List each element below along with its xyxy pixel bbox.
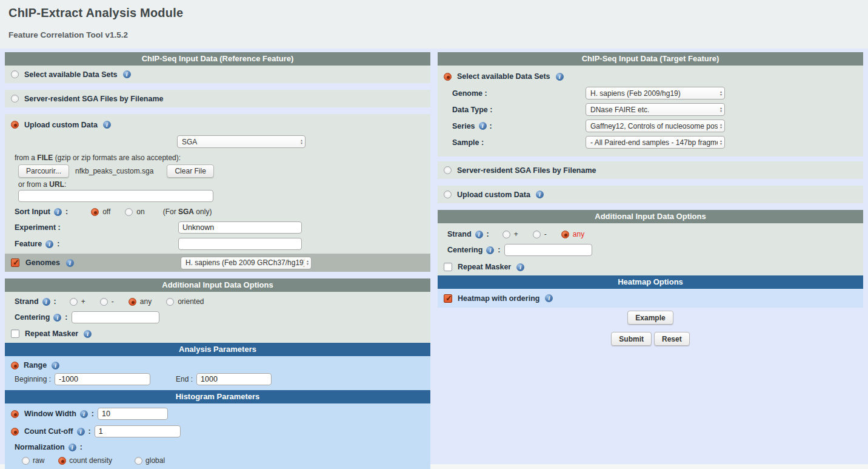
ref-repeat-masker-checkbox[interactable] [11,329,19,338]
count-cutoff-input[interactable] [95,425,181,437]
ref-upload-custom-radio[interactable] [11,121,19,129]
ref-strand-any-radio[interactable] [129,298,136,306]
sample-select[interactable]: - All Paired-end samples - 147bp fragmen… [586,136,725,149]
tgt-strand-any-radio[interactable] [561,231,569,238]
ref-sort-input-row: Sort Input i : off on (For SGA only) [15,208,430,216]
ref-strand-oriented-radio[interactable] [166,298,174,306]
ref-format-select[interactable]: SGA ▴▾ [177,135,305,148]
centering-label: Centering [15,313,50,322]
ref-url-input[interactable] [18,190,213,202]
tgt-server-resident-label: Server-resident SGA Files by Filename [457,166,596,175]
strand-label: Strand [15,297,39,306]
range-end-input[interactable] [196,373,272,385]
window-width-label: Window Width [24,410,76,418]
spinner-icon[interactable]: ▴▾ [720,140,722,146]
spinner-icon[interactable]: ▴▾ [301,139,302,145]
window-width-input[interactable] [98,408,168,420]
tgt-strand-plus-radio[interactable] [502,231,510,238]
ref-url-hint: or from a URL: [18,180,430,189]
tgt-select-datasets-option[interactable]: Select available Data Sets i [444,70,863,83]
genomes-checkbox[interactable] [11,258,19,267]
window-width-radio[interactable] [11,410,19,418]
genome-select[interactable]: H. sapiens (Feb 2009/hg19) ▴▾ [586,87,725,100]
ref-select-datasets-radio[interactable] [11,70,19,78]
tgt-select-datasets-label: Select available Data Sets [457,72,550,81]
reset-button[interactable]: Reset [654,332,690,346]
info-icon[interactable]: i [475,231,483,238]
spinner-icon[interactable]: ▴▾ [720,123,722,129]
normalization-raw-radio[interactable] [22,457,30,465]
range-row: Range i [11,360,430,371]
example-button[interactable]: Example [627,311,673,325]
analysis-parameters-section: Range i Beginning : End : [5,356,430,390]
spinner-icon[interactable]: ▴▾ [720,107,722,113]
info-icon[interactable]: i [77,428,85,436]
normalization-count-density-radio[interactable] [58,457,66,465]
strand-label: Strand [447,230,472,238]
feature-input[interactable] [178,238,302,250]
experiment-label: Experiment : [15,223,61,232]
ref-additional-options-section: Strand i : + - any oriented Centering i … [5,292,430,343]
info-icon[interactable]: i [479,122,487,130]
info-icon[interactable]: i [486,246,494,254]
tgt-server-resident-radio[interactable] [444,166,452,174]
range-label: Range [24,361,47,369]
spinner-icon[interactable]: ▴▾ [720,90,722,96]
info-icon[interactable]: i [84,330,92,338]
data-type-select[interactable]: DNase FAIRE etc. ▴▾ [586,103,725,116]
ref-experiment-row: Experiment : [15,221,430,234]
tgt-repeat-masker-checkbox[interactable] [444,263,452,271]
info-icon[interactable]: i [53,314,61,322]
tgt-select-datasets-radio[interactable] [444,73,452,81]
heatmap-ordering-checkbox[interactable] [444,294,452,303]
info-icon[interactable]: i [123,70,131,78]
info-icon[interactable]: i [66,259,74,267]
ref-server-resident-radio[interactable] [11,95,19,103]
clear-file-button[interactable]: Clear File [167,164,213,178]
genomes-select[interactable]: H. sapiens (Feb 2009 GRCh37/hg19) ▴▾ [181,257,312,269]
spinner-icon[interactable]: ▴▾ [307,260,309,266]
heatmap-options-header: Heatmap Options [438,275,863,289]
submit-button[interactable]: Submit [611,332,652,346]
info-icon[interactable]: i [556,73,564,81]
count-cutoff-row: Count Cut-off i : [11,425,430,437]
ref-select-datasets-label: Select available Data Sets [24,70,118,79]
info-icon[interactable]: i [545,294,553,302]
info-icon[interactable]: i [68,444,76,451]
ref-select-datasets-option[interactable]: Select available Data Sets i [5,66,430,83]
target-feature-panel: ChIP-Seq Input Data (Target Feature) Sel… [438,52,863,346]
ref-strand-minus-radio[interactable] [100,298,108,306]
repeat-masker-label: Repeat Masker [458,263,511,271]
normalization-global-radio[interactable] [135,457,142,465]
series-select[interactable]: Gaffney12, Controls of nucleosome positi… [586,120,725,132]
page-header: ChIP-Extract Analysis Module Feature Cor… [0,0,868,49]
range-radio[interactable] [11,362,19,369]
ref-strand-plus-radio[interactable] [70,298,78,306]
info-icon[interactable]: i [80,410,88,418]
sort-off-label: off [102,208,110,216]
info-icon[interactable]: i [52,362,59,369]
info-icon[interactable]: i [536,191,544,198]
info-icon[interactable]: i [54,208,62,216]
count-cutoff-radio[interactable] [11,428,19,436]
normalization-label-row: Normalization i : [15,442,430,452]
info-icon[interactable]: i [103,121,111,129]
info-icon[interactable]: i [45,240,53,248]
beginning-label: Beginning : [15,375,51,383]
ref-upload-custom-option[interactable]: Upload custom Data i [5,114,430,132]
range-beginning-input[interactable] [55,373,150,385]
tgt-centering-input[interactable] [504,244,592,256]
browse-file-button[interactable]: Parcourir... [18,164,69,178]
info-icon[interactable]: i [516,263,524,271]
tgt-upload-custom-radio[interactable] [444,191,452,198]
ref-feature-row: Feature i : [15,238,430,250]
tgt-upload-custom-option[interactable]: Upload custom Data i [438,186,863,203]
tgt-server-resident-option[interactable]: Server-resident SGA Files by Filename [438,161,863,179]
experiment-input[interactable] [178,221,302,234]
tgt-strand-minus-radio[interactable] [533,231,541,238]
info-icon[interactable]: i [42,298,50,306]
ref-server-resident-option[interactable]: Server-resident SGA Files by Filename [5,90,430,107]
sort-off-radio[interactable] [91,208,99,216]
sort-on-radio[interactable] [125,208,133,216]
ref-centering-input[interactable] [72,311,159,323]
